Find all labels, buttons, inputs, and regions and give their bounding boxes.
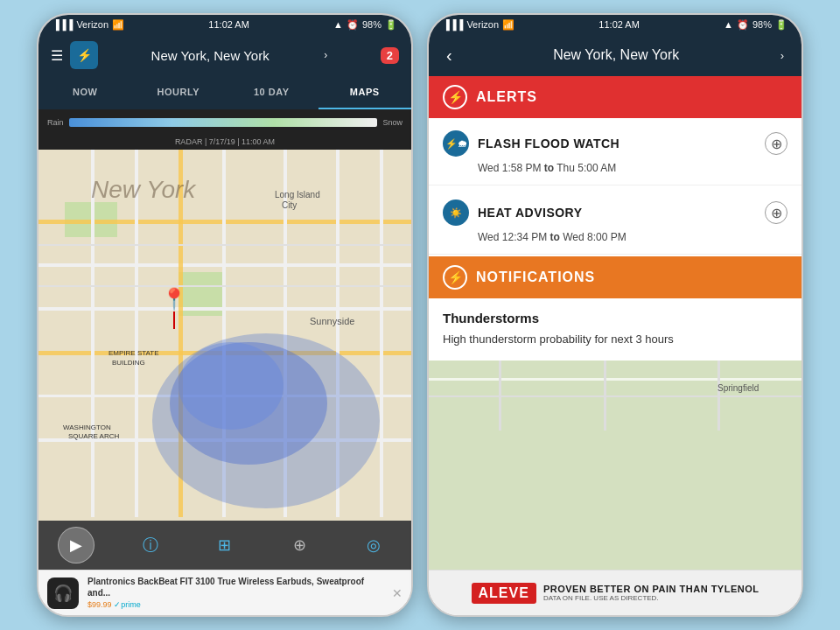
status-bar-right: ▐▐▐ Verizon 📶 11:02 AM ▲ ⏰ 98% 🔋 (429, 15, 802, 34)
layers-button[interactable]: ⊞ (206, 527, 243, 564)
right-phone: ▐▐▐ Verizon 📶 11:02 AM ▲ ⏰ 98% 🔋 ‹ New Y… (427, 13, 803, 617)
map-toolbar: ▶ ⓘ ⊞ ⊕ ◎ (38, 521, 411, 570)
city-chevron-left[interactable]: › (324, 49, 327, 61)
svg-rect-31 (429, 396, 802, 397)
precip-bar: Rain Snow (38, 109, 411, 136)
status-bar-left: ▐▐▐ Verizon 📶 11:02 AM ▲ ⏰ 98% 🔋 (38, 15, 411, 34)
ad-prime: ✓prime (114, 600, 141, 609)
info-button[interactable]: ⓘ (132, 527, 169, 564)
aleve-text: PROVEN BETTER ON PAIN THAN TYLENOL (543, 584, 760, 594)
app-header-right: ‹ New York, New York › (429, 34, 802, 76)
aleve-logo: ALEVE (472, 583, 536, 604)
time-right: 11:02 AM (598, 19, 639, 30)
svg-rect-27 (38, 244, 411, 246)
notif-title: Thunderstorms (443, 311, 788, 326)
locate-button[interactable]: ◎ (355, 527, 392, 564)
heat-time: Wed 12:34 PM to Wed 8:00 PM (478, 231, 788, 243)
svg-text:New York: New York (91, 176, 197, 203)
ad-price: $99.99 (88, 600, 112, 609)
ad-close-left[interactable]: ✕ (392, 586, 402, 600)
svg-rect-15 (380, 150, 383, 517)
city-name-right[interactable]: New York, New York (553, 47, 679, 63)
left-phone: ▐▐▐ Verizon 📶 11:02 AM ▲ ⏰ 98% 🔋 ☰ ⚡ New… (37, 13, 413, 617)
app-header-left: ☰ ⚡ New York, New York › 2 (38, 34, 411, 76)
map-svg: New York Long Island City Sunnyside EMPI… (38, 150, 411, 521)
map-area[interactable]: New York Long Island City Sunnyside EMPI… (38, 150, 411, 521)
play-button[interactable]: ▶ (58, 527, 94, 564)
tab-10day[interactable]: 10 DAY (225, 76, 318, 109)
svg-rect-10 (135, 150, 138, 517)
flood-time: Wed 1:58 PM to Thu 5:00 AM (478, 162, 788, 174)
svg-text:BUILDING: BUILDING (112, 359, 145, 367)
alarm-icon-right: ⏰ (737, 19, 749, 31)
tab-maps[interactable]: MAPS (318, 76, 412, 109)
flood-title: FLASH FLOOD WATCH (478, 136, 620, 150)
back-arrow[interactable]: ‹ (446, 46, 452, 66)
ad-product-icon: 🎧 (47, 578, 79, 609)
ad-bar-left: 🎧 Plantronics BackBeat FIT 3100 True Wir… (38, 570, 411, 615)
svg-rect-9 (91, 150, 94, 517)
svg-text:EMPIRE STATE: EMPIRE STATE (108, 349, 159, 357)
heat-title: HEAT ADVISORY (478, 206, 583, 220)
svg-rect-30 (429, 378, 802, 381)
ad-title-left: Plantronics BackBeat FIT 3100 True Wirel… (88, 576, 383, 598)
carrier-right: Verizon (466, 19, 499, 30)
rain-label: Rain (47, 118, 64, 127)
precip-gradient (69, 118, 378, 127)
carrier-left: Verizon (76, 19, 108, 30)
city-name-left[interactable]: New York, New York (151, 48, 270, 63)
svg-text:City: City (282, 200, 297, 210)
svg-point-18 (178, 342, 284, 430)
battery-icon-left: 🔋 (385, 19, 397, 31)
notif-bolt-icon: ⚡ (443, 265, 467, 290)
wifi-icon-right: 📶 (502, 19, 514, 31)
alert-card-heat[interactable]: ☀️ HEAT ADVISORY ⊕ Wed 12:34 PM to Wed 8… (429, 189, 802, 255)
notifications-header: ⚡ NOTIFICATIONS (429, 256, 802, 298)
menu-icon[interactable]: ☰ (51, 47, 63, 64)
heat-expand-btn[interactable]: ⊕ (765, 201, 788, 224)
svg-rect-32 (499, 360, 501, 430)
aleve-ad: ALEVE PROVEN BETTER ON PAIN THAN TYLENOL… (429, 570, 802, 615)
alert-card-flood[interactable]: ⚡🌧 FLASH FLOOD WATCH ⊕ Wed 1:58 PM to Th… (429, 120, 802, 186)
battery-right: 98% (752, 19, 772, 30)
location-icon: ▲ (333, 19, 343, 30)
alarm-icon: ⏰ (346, 19, 359, 31)
app-logo: ⚡ (70, 41, 98, 69)
alerts-bolt-icon: ⚡ (443, 85, 467, 109)
svg-text:WASHINGTON: WASHINGTON (63, 424, 111, 431)
nav-tabs: NOW HOURLY 10 DAY MAPS (38, 76, 411, 109)
flood-icon: ⚡🌧 (443, 130, 469, 157)
svg-text:SQUARE ARCH: SQUARE ARCH (68, 432, 119, 440)
tab-hourly[interactable]: HOURLY (132, 76, 226, 109)
location-icon-right: ▲ (724, 19, 733, 30)
signal-icon-right: ▐▐▐ (443, 19, 463, 30)
radar-label: RADAR | 7/17/19 | 11:00 AM (38, 136, 411, 150)
ad-bar-right[interactable]: ALEVE PROVEN BETTER ON PAIN THAN TYLENOL… (429, 570, 802, 615)
flood-expand-btn[interactable]: ⊕ (765, 132, 788, 155)
svg-text:Sunnyside: Sunnyside (310, 316, 354, 326)
snow-label: Snow (382, 118, 402, 127)
svg-text:Long Island: Long Island (275, 190, 320, 200)
battery-icon-right: 🔋 (775, 19, 788, 31)
map-pin: 📍 (161, 287, 187, 312)
svg-rect-28 (38, 285, 411, 287)
notif-card-thunderstorm[interactable]: Thunderstorms High thunderstorm probabil… (429, 298, 802, 360)
zoom-button[interactable]: ⊕ (281, 527, 318, 564)
alerts-header-text: ALERTS (476, 89, 537, 105)
svg-rect-33 (604, 360, 606, 430)
tab-now[interactable]: NOW (38, 76, 132, 109)
wifi-icon: 📶 (112, 19, 124, 31)
pin-pole (173, 312, 175, 329)
alerts-header: ⚡ ALERTS (429, 76, 802, 118)
bottom-map-svg: Springfield (429, 360, 802, 570)
bottom-map-strip: Springfield (429, 360, 802, 570)
svg-rect-34 (718, 360, 720, 430)
battery-left: 98% (362, 19, 382, 30)
heat-icon: ☀️ (443, 200, 469, 226)
alert-badge-left[interactable]: 2 (381, 47, 399, 64)
svg-text:Springfield: Springfield (718, 383, 759, 393)
ad-text-left[interactable]: Plantronics BackBeat FIT 3100 True Wirel… (88, 576, 383, 611)
aleve-sub: DATA ON FILE. USE AS DIRECTED. (543, 594, 760, 602)
city-chevron-right[interactable]: › (780, 49, 784, 62)
time-left: 11:02 AM (208, 19, 248, 30)
